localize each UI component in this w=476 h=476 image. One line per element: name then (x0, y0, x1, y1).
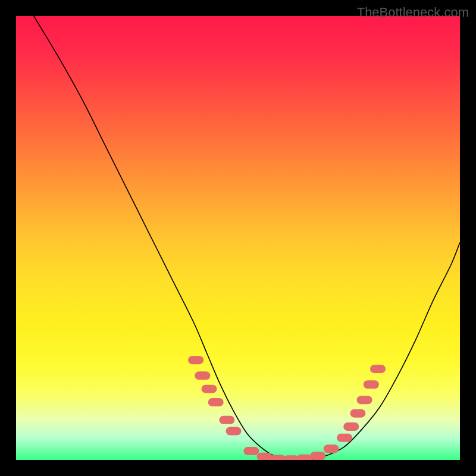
marker-point (257, 453, 273, 460)
marker-point (350, 409, 365, 418)
marker-point (297, 455, 312, 460)
marker-point (370, 365, 386, 373)
marker-point (195, 371, 210, 380)
chart-svg (16, 16, 460, 460)
marker-point (310, 452, 325, 460)
marker-point (243, 447, 259, 455)
highlight-markers (188, 356, 386, 460)
marker-point (270, 455, 286, 460)
watermark-text: TheBottleneck.com (357, 5, 469, 20)
plot-area (16, 16, 460, 460)
bottleneck-curve (34, 16, 460, 460)
marker-point (202, 385, 217, 393)
marker-point (226, 427, 242, 436)
marker-point (343, 422, 359, 431)
marker-point (337, 434, 352, 442)
marker-point (219, 416, 234, 424)
marker-point (188, 356, 203, 364)
marker-point (284, 455, 299, 460)
marker-point (364, 380, 379, 389)
marker-point (208, 398, 224, 406)
marker-point (324, 444, 339, 453)
marker-point (357, 396, 372, 404)
